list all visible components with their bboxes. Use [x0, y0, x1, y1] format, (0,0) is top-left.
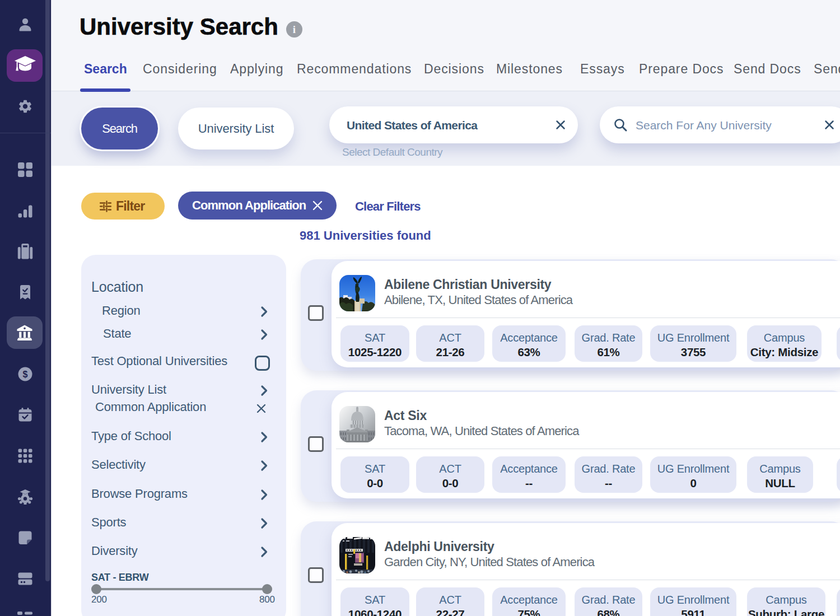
svg-text:$: $: [23, 370, 28, 379]
